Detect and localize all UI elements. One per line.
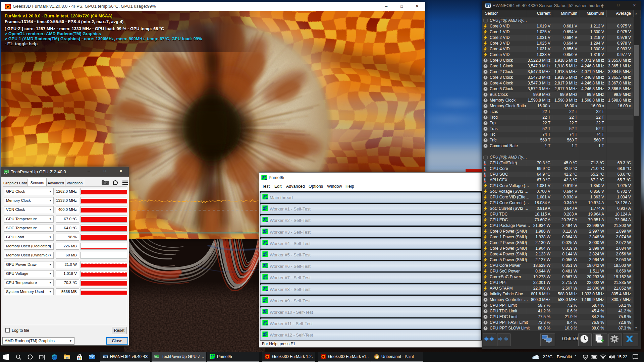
svg-text:-1: -1 — [265, 219, 268, 222]
svg-text:-1: -1 — [265, 231, 268, 234]
svg-text:-1: -1 — [265, 311, 268, 314]
svg-text:-1: -1 — [264, 177, 267, 180]
svg-text:-1: -1 — [265, 322, 268, 325]
svg-text:-1: -1 — [265, 265, 268, 268]
svg-text:-1: -1 — [265, 242, 268, 245]
svg-text:-1: -1 — [265, 253, 268, 257]
svg-text:-1: -1 — [265, 196, 268, 199]
svg-text:-1: -1 — [265, 334, 268, 337]
svg-text:-1: -1 — [265, 207, 268, 211]
svg-text:-1: -1 — [265, 299, 268, 303]
svg-text:-1: -1 — [212, 356, 215, 359]
svg-text:-1: -1 — [265, 288, 268, 291]
svg-text:-1: -1 — [265, 276, 268, 280]
